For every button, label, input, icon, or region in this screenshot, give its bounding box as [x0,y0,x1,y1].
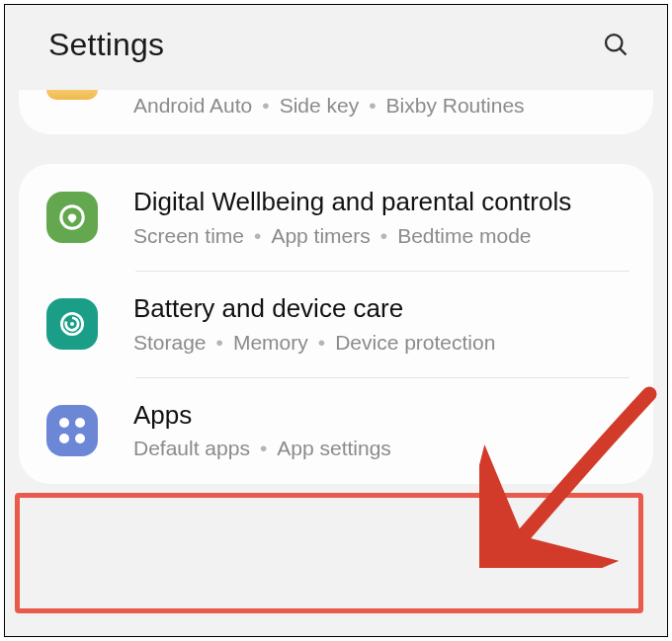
settings-row-advanced[interactable]: Android Auto • Side key • Bixby Routines [19,90,653,134]
apps-icon [46,405,98,456]
search-icon [602,31,630,58]
svg-point-4 [70,322,74,326]
row-subtitle: Screen time • App timers • Bedtime mode [133,222,635,249]
sub-item: Android Auto [133,92,252,119]
settings-row-wellbeing[interactable]: Digital Wellbeing and parental controls … [19,164,653,271]
page-title: Settings [48,27,164,63]
battery-care-icon [46,298,98,350]
sub-item: App timers [271,222,370,249]
row-subtitle: Android Auto • Side key • Bixby Routines [133,92,635,119]
search-button[interactable] [594,23,637,66]
separator-dot: • [216,329,223,356]
sub-item: Default apps [133,435,250,461]
sub-item: Storage [133,329,207,356]
row-title: Apps [133,399,635,432]
wellbeing-icon [46,192,98,243]
sub-item: Bedtime mode [397,222,531,249]
separator-dot: • [380,222,387,249]
header-bar: Settings [5,5,667,90]
separator-dot: • [260,435,267,461]
row-subtitle: Default apps • App settings [133,435,635,461]
settings-group-main: Digital Wellbeing and parental controls … [19,164,653,483]
row-title: Digital Wellbeing and parental controls [133,186,635,218]
separator-dot: • [318,329,325,356]
settings-row-battery[interactable]: Battery and device care Storage • Memory… [19,271,653,377]
sub-item: App settings [277,435,391,461]
sub-item: Screen time [133,222,244,249]
svg-point-0 [606,35,622,50]
settings-group-prev: Android Auto • Side key • Bixby Routines [19,90,653,134]
row-texts: Android Auto • Side key • Bixby Routines [133,92,635,119]
separator-dot: • [254,222,261,249]
row-title: Battery and device care [133,292,635,325]
row-texts: Battery and device care Storage • Memory… [133,292,635,356]
settings-row-apps[interactable]: Apps Default apps • App settings [19,377,653,484]
row-subtitle: Storage • Memory • Device protection [133,329,635,356]
advanced-icon [46,92,98,108]
row-texts: Digital Wellbeing and parental controls … [133,186,635,249]
row-texts: Apps Default apps • App settings [133,399,635,462]
sub-item: Device protection [335,329,495,356]
settings-screen: Settings Android Auto • Side key • Bixby… [4,4,668,637]
annotation-highlight [15,493,643,613]
separator-dot: • [262,92,269,119]
svg-line-1 [620,48,626,54]
separator-dot: • [369,92,376,119]
sub-item: Side key [280,92,360,119]
sub-item: Memory [233,329,308,356]
sub-item: Bixby Routines [386,92,525,119]
